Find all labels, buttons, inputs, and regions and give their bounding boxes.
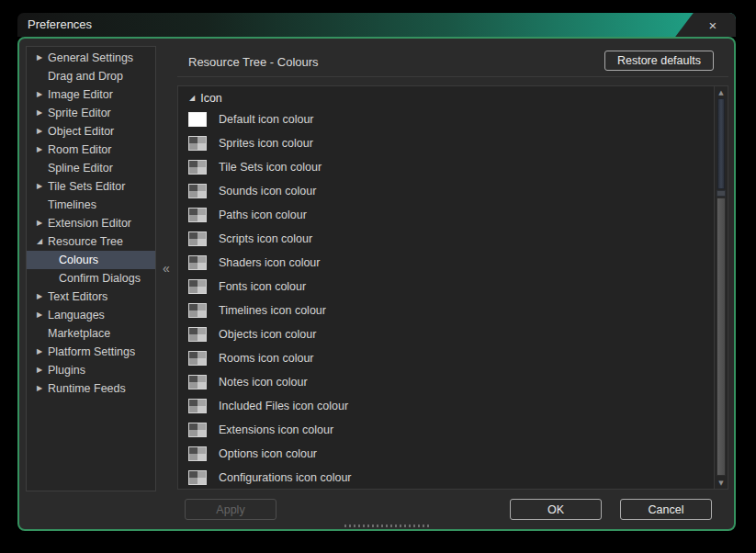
colour-swatch[interactable]	[188, 446, 207, 461]
colour-row-label: Included Files icon colour	[219, 400, 348, 412]
sidebar-item-label: Image Editor	[48, 88, 113, 101]
sidebar-item-plugins[interactable]: ▶Plugins	[27, 361, 155, 379]
chevron-right-icon[interactable]: ▶	[34, 109, 45, 117]
colour-row-label: Shaders icon colour	[219, 256, 320, 269]
colour-swatch[interactable]	[188, 423, 207, 437]
titlebar-close-area: ×	[671, 13, 736, 37]
colour-row-shaders-icon-colour: Shaders icon colour	[178, 251, 728, 275]
colour-row-configurations-icon-colour: Configurations icon colour	[178, 466, 728, 490]
colour-swatch[interactable]	[188, 351, 207, 366]
chevron-right-icon[interactable]: ▶	[34, 128, 45, 135]
chevron-right-icon[interactable]: ▶	[34, 54, 45, 62]
sidebar-item-label: Confirm Dialogs	[59, 272, 141, 285]
chevron-right-icon[interactable]: ▶	[34, 385, 45, 392]
colour-swatch[interactable]	[188, 399, 207, 413]
window-titlebar[interactable]: Preferences ×	[17, 13, 736, 37]
close-icon[interactable]: ×	[709, 18, 717, 32]
sidebar-item-drag-and-drop[interactable]: Drag and Drop	[27, 67, 155, 85]
colour-swatch[interactable]	[188, 112, 207, 127]
colour-swatch[interactable]	[188, 136, 207, 151]
apply-button[interactable]: Apply	[185, 499, 276, 520]
colour-row-label: Fonts icon colour	[219, 280, 306, 293]
colour-swatch[interactable]	[188, 160, 207, 175]
colour-row-label: Default icon colour	[219, 113, 314, 126]
sidebar-item-sprite-editor[interactable]: ▶Sprite Editor	[27, 104, 155, 122]
icon-group-row[interactable]: ◢ Icon	[178, 89, 728, 107]
scrollbar-inset	[717, 98, 725, 189]
scrollbar-thumb[interactable]	[717, 198, 726, 476]
scrollbar-cap	[717, 190, 726, 197]
chevron-right-icon[interactable]: ▶	[34, 183, 45, 190]
colour-row-paths-icon-colour: Paths icon colour	[178, 203, 728, 227]
sidebar-item-runtime-feeds[interactable]: ▶Runtime Feeds	[27, 379, 155, 398]
colour-row-scripts-icon-colour: Scripts icon colour	[178, 227, 728, 251]
sidebar-item-object-editor[interactable]: ▶Object Editor	[27, 122, 155, 141]
sidebar-item-colours[interactable]: Colours	[27, 251, 155, 269]
window-title: Preferences	[28, 17, 92, 31]
sidebar-item-label: Languages	[48, 309, 105, 322]
sidebar-collapse-handle[interactable]: «	[157, 259, 175, 277]
restore-defaults-button[interactable]: Restore defaults	[604, 51, 714, 71]
colour-swatch[interactable]	[188, 303, 207, 318]
chevron-right-icon[interactable]: ▶	[34, 367, 45, 374]
colour-row-rooms-icon-colour: Rooms icon colour	[178, 346, 728, 370]
colour-row-label: Extensions icon colour	[219, 423, 333, 436]
colour-row-label: Tile Sets icon colour	[219, 161, 322, 174]
colour-swatch[interactable]	[188, 327, 207, 342]
sidebar-item-extension-editor[interactable]: ▶Extension Editor	[27, 214, 155, 232]
chevron-expanded-icon[interactable]: ◢	[34, 238, 45, 245]
colour-row-options-icon-colour: Options icon colour	[178, 442, 728, 466]
settings-tree: ▶General SettingsDrag and Drop▶Image Edi…	[26, 46, 156, 491]
colour-swatch[interactable]	[188, 375, 207, 389]
sidebar-item-resource-tree[interactable]: ◢Resource Tree	[27, 232, 155, 251]
colour-row-objects-icon-colour: Objects icon colour	[178, 322, 728, 346]
chevron-right-icon[interactable]: ▶	[34, 293, 45, 300]
chevron-right-icon[interactable]: ▶	[34, 311, 45, 319]
scrollbar-track[interactable]	[716, 98, 727, 477]
ok-button[interactable]: OK	[510, 499, 602, 520]
colour-row-sounds-icon-colour: Sounds icon colour	[178, 179, 728, 203]
sidebar-item-languages[interactable]: ▶Languages	[27, 306, 155, 324]
scroll-up-icon[interactable]: ▲	[715, 86, 728, 98]
sidebar-item-room-editor[interactable]: ▶Room Editor	[27, 141, 155, 159]
chevron-right-icon[interactable]: ▶	[34, 220, 45, 227]
sidebar-item-label: Extension Editor	[48, 217, 131, 230]
colour-row-sprites-icon-colour: Sprites icon colour	[178, 131, 728, 155]
colour-swatch[interactable]	[188, 231, 207, 246]
colour-row-label: Configurations icon colour	[219, 471, 352, 484]
sidebar-item-confirm-dialogs[interactable]: Confirm Dialogs	[27, 269, 155, 288]
colour-row-label: Rooms icon colour	[219, 352, 314, 365]
sidebar-item-general-settings[interactable]: ▶General Settings	[27, 49, 155, 67]
colour-row-included-files-icon-colour: Included Files icon colour	[178, 394, 728, 418]
colour-swatch[interactable]	[188, 255, 207, 270]
colour-row-tile-sets-icon-colour: Tile Sets icon colour	[178, 155, 728, 179]
colour-swatch[interactable]	[188, 184, 207, 198]
colour-row-label: Sounds icon colour	[219, 185, 316, 198]
chevron-right-icon[interactable]: ▶	[34, 348, 45, 356]
vertical-scrollbar[interactable]: ▲ ▼	[714, 86, 728, 489]
sidebar-item-label: Platform Settings	[48, 345, 135, 358]
resize-grip[interactable]	[344, 525, 431, 527]
colour-row-label: Timelines icon colour	[219, 304, 326, 317]
sidebar-item-marketplace[interactable]: Marketplace	[27, 324, 155, 343]
colour-row-fonts-icon-colour: Fonts icon colour	[178, 275, 728, 299]
sidebar-item-spline-editor[interactable]: Spline Editor	[27, 159, 155, 177]
sidebar-item-image-editor[interactable]: ▶Image Editor	[27, 85, 155, 104]
colour-row-default-icon-colour: Default icon colour	[178, 107, 728, 131]
colour-swatch[interactable]	[188, 470, 207, 485]
sidebar-item-tile-sets-editor[interactable]: ▶Tile Sets Editor	[27, 177, 155, 196]
sidebar-item-platform-settings[interactable]: ▶Platform Settings	[27, 343, 155, 361]
colour-swatch[interactable]	[188, 279, 207, 294]
colour-row-label: Scripts icon colour	[219, 232, 312, 245]
colour-swatch[interactable]	[188, 208, 207, 222]
cancel-button[interactable]: Cancel	[620, 499, 712, 520]
chevron-right-icon[interactable]: ▶	[34, 146, 45, 153]
colour-row-label: Paths icon colour	[219, 209, 307, 221]
scroll-down-icon[interactable]: ▼	[715, 477, 728, 489]
sidebar-item-label: Drag and Drop	[48, 70, 123, 83]
page-header: Resource Tree - Colours Restore defaults	[177, 49, 728, 77]
sidebar-item-text-editors[interactable]: ▶Text Editors	[27, 288, 155, 306]
sidebar-item-timelines[interactable]: Timelines	[27, 196, 155, 214]
dialog-footer: Apply OK Cancel	[177, 499, 728, 520]
chevron-right-icon[interactable]: ▶	[34, 91, 45, 98]
